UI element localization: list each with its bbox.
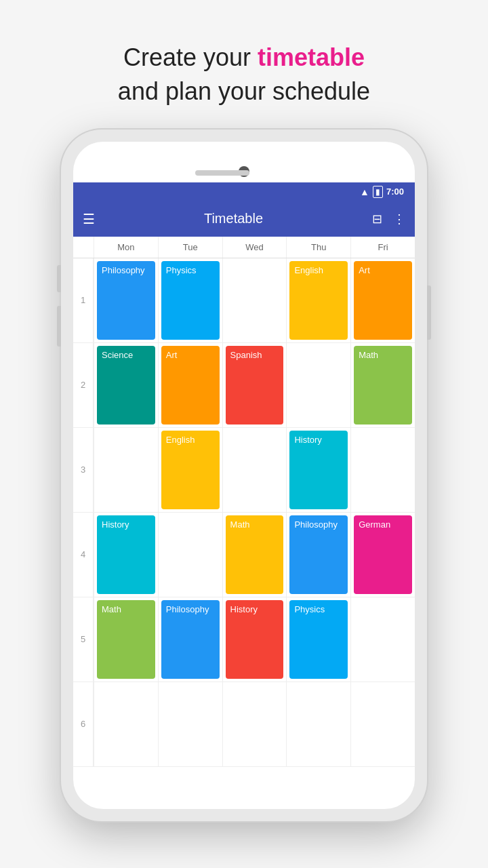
subject-block[interactable]: Philosophy [161, 600, 220, 679]
period-num-4: 4 [73, 513, 94, 597]
cell-p6-d2 [158, 682, 222, 766]
empty-cell [226, 685, 284, 764]
empty-cell [161, 685, 220, 764]
subject-block[interactable]: Philosophy [97, 261, 155, 340]
subject-block[interactable]: Art [354, 261, 412, 340]
subject-block[interactable]: Science [97, 346, 155, 425]
period-row-5: 5MathPhilosophyHistoryPhysics [73, 597, 415, 682]
cell-p1-d3 [222, 258, 287, 342]
cell-p5-d1[interactable]: Math [94, 597, 158, 682]
cell-p1-d5[interactable]: Art [350, 258, 415, 342]
period-num-5: 5 [73, 597, 94, 682]
day-mon: Mon [94, 237, 158, 258]
empty-cell [354, 685, 412, 764]
empty-cell [161, 515, 220, 594]
cell-p2-d4 [286, 343, 350, 427]
subject-block[interactable]: Physics [289, 600, 348, 679]
status-bar: ▲ ▮ 7:00 [73, 182, 415, 201]
day-wed: Wed [222, 237, 287, 258]
cell-p6-d1 [94, 682, 158, 766]
cell-p4-d5[interactable]: German [350, 513, 415, 597]
more-options-icon[interactable]: ⋮ [393, 212, 405, 226]
empty-cell [97, 685, 155, 764]
period-num-2: 2 [73, 343, 94, 427]
timetable-grid: 1PhilosophyPhysicsEnglishArt2ScienceArtS… [73, 258, 415, 767]
cell-p3-d4[interactable]: History [286, 428, 350, 512]
day-fri: Fri [350, 237, 415, 258]
empty-cell [289, 346, 348, 425]
day-thu: Thu [286, 237, 350, 258]
cell-p1-d1[interactable]: Philosophy [94, 258, 158, 342]
subject-block[interactable]: History [226, 600, 284, 679]
period-row-6: 6 [73, 682, 415, 767]
empty-cell [226, 261, 284, 340]
speaker [195, 170, 249, 176]
cell-p2-d1[interactable]: Science [94, 343, 158, 427]
cell-p6-d5 [350, 682, 415, 766]
subject-block[interactable]: Math [97, 600, 155, 679]
subject-block[interactable]: German [354, 515, 412, 594]
cell-p1-d2[interactable]: Physics [158, 258, 222, 342]
subject-block[interactable]: Physics [161, 261, 220, 340]
row-num-spacer [73, 237, 94, 258]
wifi-icon: ▲ [360, 186, 369, 197]
day-tue: Tue [158, 237, 222, 258]
cell-p4-d1[interactable]: History [94, 513, 158, 597]
subject-block[interactable]: English [161, 431, 220, 509]
cell-p2-d3[interactable]: Spanish [222, 343, 287, 427]
period-num-3: 3 [73, 428, 94, 512]
cell-p5-d4[interactable]: Physics [286, 597, 350, 682]
cell-p4-d2 [158, 513, 222, 597]
empty-cell [97, 431, 155, 509]
day-header-row: Mon Tue Wed Thu Fri [73, 237, 415, 258]
subject-block[interactable]: Philosophy [289, 515, 348, 594]
cell-p4-d3[interactable]: Math [222, 513, 287, 597]
headline-line2: and plan your schedule [118, 75, 370, 108]
app-title: Timetable [106, 211, 361, 226]
empty-cell [226, 431, 284, 509]
period-row-1: 1PhilosophyPhysicsEnglishArt [73, 258, 415, 343]
menu-icon[interactable]: ☰ [83, 211, 95, 227]
subject-block[interactable]: Math [226, 515, 284, 594]
empty-cell [354, 600, 412, 679]
period-num-1: 1 [73, 258, 94, 342]
grid-view-icon[interactable]: ⊟ [372, 212, 382, 226]
cell-p3-d1 [94, 428, 158, 512]
side-button-right [427, 285, 431, 340]
side-button-left [57, 265, 61, 292]
empty-cell [289, 685, 348, 764]
subject-block[interactable]: Math [354, 346, 412, 425]
cell-p1-d4[interactable]: English [286, 258, 350, 342]
cell-p4-d4[interactable]: Philosophy [286, 513, 350, 597]
period-row-2: 2ScienceArtSpanishMath [73, 343, 415, 428]
headline-highlight: timetable [258, 43, 365, 71]
cell-p5-d2[interactable]: Philosophy [158, 597, 222, 682]
cell-p5-d3[interactable]: History [222, 597, 287, 682]
side-button-left2 [57, 306, 61, 347]
cell-p2-d2[interactable]: Art [158, 343, 222, 427]
phone-screen: ▲ ▮ 7:00 ☰ Timetable ⊟ ⋮ Mon Tue Wed Thu [73, 142, 415, 809]
battery-icon: ▮ [373, 186, 383, 198]
cell-p3-d2[interactable]: English [158, 428, 222, 512]
period-num-6: 6 [73, 682, 94, 766]
cell-p3-d5 [350, 428, 415, 512]
empty-cell [354, 431, 412, 509]
period-row-4: 4HistoryMathPhilosophyGerman [73, 513, 415, 597]
headline: Create your timetable and plan your sche… [118, 41, 370, 109]
status-time: 7:00 [386, 186, 404, 197]
subject-block[interactable]: History [289, 431, 348, 509]
cell-p2-d5[interactable]: Math [350, 343, 415, 427]
period-row-3: 3EnglishHistory [73, 428, 415, 513]
subject-block[interactable]: History [97, 515, 155, 594]
headline-pre: Create your [123, 43, 258, 71]
toolbar-icons: ⊟ ⋮ [372, 212, 405, 226]
cell-p5-d5 [350, 597, 415, 682]
cell-p6-d3 [222, 682, 287, 766]
subject-block[interactable]: Art [161, 346, 220, 425]
subject-block[interactable]: Spanish [226, 346, 284, 425]
cell-p3-d3 [222, 428, 287, 512]
phone-mockup: ▲ ▮ 7:00 ☰ Timetable ⊟ ⋮ Mon Tue Wed Thu [61, 130, 427, 821]
app-bar: ☰ Timetable ⊟ ⋮ [73, 201, 415, 237]
timetable-area: Mon Tue Wed Thu Fri 1PhilosophyPhysicsEn… [73, 237, 415, 809]
subject-block[interactable]: English [289, 261, 348, 340]
